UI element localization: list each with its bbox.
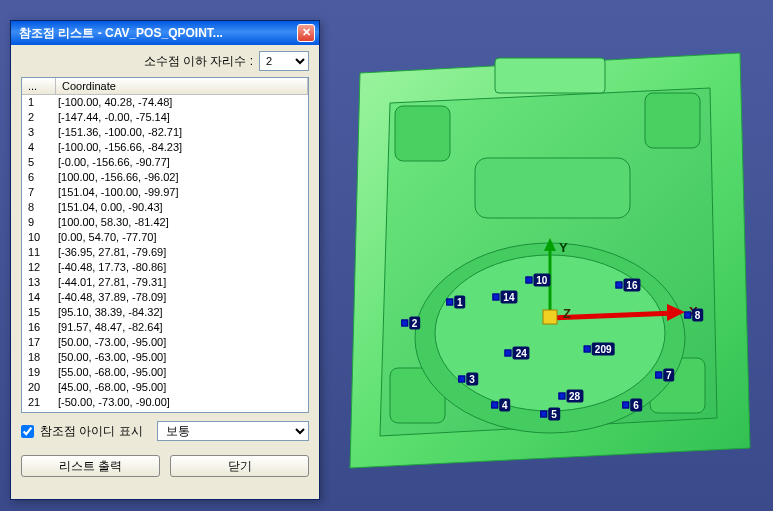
list-item[interactable]: 9[100.00, 58.30, -81.42] [22,215,308,230]
titlebar[interactable]: 참조점 리스트 - CAV_POS_QPOINT... ✕ [11,21,319,45]
svg-rect-2 [395,106,450,161]
point-id-label: 1 [454,295,466,308]
row-coordinate: [-40.48, 17.73, -80.86] [56,260,308,275]
window-title: 참조점 리스트 - CAV_POS_QPOINT... [15,25,297,42]
row-coordinate: [151.04, 0.00, -90.43] [56,200,308,215]
list-header: ... Coordinate [22,78,308,95]
point-marker[interactable]: 24 [505,347,530,360]
row-coordinate: [0.00, 54.70, -77.70] [56,230,308,245]
point-marker[interactable]: 10 [525,274,550,287]
header-index[interactable]: ... [22,78,56,94]
row-index: 9 [22,215,56,230]
list-item[interactable]: 16[91.57, 48.47, -82.64] [22,320,308,335]
list-item[interactable]: 15[95.10, 38.39, -84.32] [22,305,308,320]
print-list-button[interactable]: 리스트 출력 [21,455,160,477]
list-item[interactable]: 8[151.04, 0.00, -90.43] [22,200,308,215]
list-item[interactable]: 3[-151.36, -100.00, -82.71] [22,125,308,140]
list-item[interactable]: 2[-147.44, -0.00, -75.14] [22,110,308,125]
reference-point-list-dialog: 참조점 리스트 - CAV_POS_QPOINT... ✕ 소수점 이하 자리수… [10,20,320,500]
point-marker[interactable]: 28 [558,390,583,403]
point-marker[interactable]: 16 [615,278,640,291]
row-index: 20 [22,380,56,395]
point-square-icon [584,346,591,353]
row-coordinate: [45.00, -68.00, -95.00] [56,380,308,395]
point-id-label: 2 [409,317,421,330]
row-index: 12 [22,260,56,275]
list-item[interactable]: 14[-40.48, 37.89, -78.09] [22,290,308,305]
point-marker[interactable]: 8 [684,308,704,321]
list-item[interactable]: 13[-44.01, 27.81, -79.31] [22,275,308,290]
axis-label-z: Z [563,306,571,321]
row-coordinate: [50.00, -63.00, -95.00] [56,350,308,365]
point-marker[interactable]: 209 [584,343,615,356]
list-item[interactable]: 19[55.00, -68.00, -95.00] [22,365,308,380]
decimal-places-row: 소수점 이하 자리수 : 2 [11,45,319,77]
list-item[interactable]: 21[-50.00, -73.00, -90.00] [22,395,308,410]
list-item[interactable]: 7[151.04, -100.00, -99.97] [22,185,308,200]
row-coordinate: [50.00, -73.00, -95.00] [56,335,308,350]
point-id-label: 7 [663,368,675,381]
row-index: 22 [22,410,56,413]
row-index: 3 [22,125,56,140]
point-id-label: 5 [548,407,560,420]
list-item[interactable]: 11[-36.95, 27.81, -79.69] [22,245,308,260]
list-item[interactable]: 1[-100.00, 40.28, -74.48] [22,95,308,110]
header-coordinate[interactable]: Coordinate [56,78,308,94]
row-coordinate: [151.04, -100.00, -99.97] [56,185,308,200]
row-coordinate: [-100.00, 40.28, -74.48] [56,95,308,110]
point-id-label: 10 [533,274,550,287]
row-coordinate: [100.00, -156.66, -96.02] [56,170,308,185]
row-coordinate: [-0.00, -156.66, -90.77] [56,155,308,170]
row-coordinate: [95.10, 38.39, -84.32] [56,305,308,320]
point-marker[interactable]: 2 [401,317,421,330]
close-icon[interactable]: ✕ [297,24,315,42]
list-item[interactable]: 10[0.00, 54.70, -77.70] [22,230,308,245]
viewport-3d[interactable]: Y X Z 123456781014162428209 [332,0,773,511]
point-marker[interactable]: 1 [446,295,466,308]
point-marker[interactable]: 5 [540,407,560,420]
point-square-icon [446,298,453,305]
point-marker[interactable]: 14 [492,291,517,304]
list-item[interactable]: 5[-0.00, -156.66, -90.77] [22,155,308,170]
point-square-icon [491,401,498,408]
display-mode-select[interactable]: 보통 [157,421,309,441]
decimal-places-select[interactable]: 2 [259,51,309,71]
row-index: 13 [22,275,56,290]
svg-rect-3 [645,93,700,148]
row-index: 6 [22,170,56,185]
list-item[interactable]: 17[50.00, -73.00, -95.00] [22,335,308,350]
row-index: 16 [22,320,56,335]
row-index: 1 [22,95,56,110]
row-index: 21 [22,395,56,410]
row-index: 14 [22,290,56,305]
point-square-icon [558,393,565,400]
row-index: 11 [22,245,56,260]
display-options-row: 참조점 아이디 표시 보통 [11,413,319,449]
row-coordinate: [55.00, -68.00, -95.00] [56,365,308,380]
close-button[interactable]: 닫기 [170,455,309,477]
point-square-icon [684,311,691,318]
list-item[interactable]: 4[-100.00, -156.66, -84.23] [22,140,308,155]
point-id-label: 6 [630,398,642,411]
show-id-label[interactable]: 참조점 아이디 표시 [40,423,143,440]
point-square-icon [622,401,629,408]
row-coordinate: [-151.36, -100.00, -82.71] [56,125,308,140]
list-item[interactable]: 6[100.00, -156.66, -96.02] [22,170,308,185]
row-coordinate: [-45.00, -68.00, -90.00] [56,410,308,413]
row-index: 15 [22,305,56,320]
list-item[interactable]: 22[-45.00, -68.00, -90.00] [22,410,308,413]
point-id-label: 16 [623,278,640,291]
row-index: 4 [22,140,56,155]
point-marker[interactable]: 6 [622,398,642,411]
list-item[interactable]: 20[45.00, -68.00, -95.00] [22,380,308,395]
point-id-label: 24 [513,347,530,360]
list-item[interactable]: 18[50.00, -63.00, -95.00] [22,350,308,365]
point-marker[interactable]: 4 [491,398,511,411]
point-marker[interactable]: 3 [458,373,478,386]
coordinate-list[interactable]: ... Coordinate 1[-100.00, 40.28, -74.48]… [21,77,309,413]
point-marker[interactable]: 7 [655,368,675,381]
list-item[interactable]: 12[-40.48, 17.73, -80.86] [22,260,308,275]
svg-rect-7 [475,158,630,218]
show-id-checkbox[interactable] [21,425,34,438]
point-id-label: 209 [592,343,615,356]
